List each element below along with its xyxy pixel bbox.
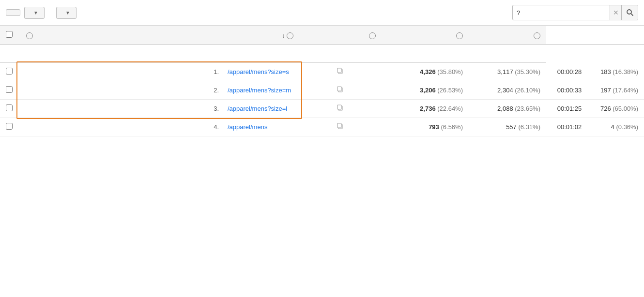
- svg-rect-3: [337, 68, 341, 73]
- row-avg-time-cell: 00:01:25: [546, 100, 587, 118]
- table-row: 3. /apparel/mens?size=l 2,736 (22.64%) 2…: [0, 100, 644, 118]
- row-upv-main: 557: [506, 123, 517, 131]
- row-upv-pct: (35.30%): [515, 68, 540, 75]
- th-checkbox: [0, 26, 18, 45]
- upv-help-icon[interactable]: [369, 32, 376, 39]
- row-page-link[interactable]: /apparel/mens?size=m: [228, 87, 291, 94]
- row-page-views-cell: 2,736 (22.64%): [382, 100, 469, 118]
- copy-icon[interactable]: [333, 68, 348, 74]
- row-number-cell: 4.: [18, 118, 222, 136]
- page-views-help-icon[interactable]: [287, 32, 293, 39]
- search-wrapper: ✕: [512, 5, 638, 20]
- chevron-down-icon: ▼: [65, 10, 70, 15]
- chevron-down-icon: ▼: [33, 10, 38, 15]
- row-page-views-cell: 793 (6.56%): [382, 118, 469, 136]
- row-ent-pct: (0.36%): [616, 123, 638, 131]
- svg-rect-7: [337, 105, 341, 109]
- th-page: [18, 26, 222, 45]
- entrances-help-icon[interactable]: [534, 32, 540, 39]
- table-row: 1. /apparel/mens?size=s 4,326 (35.80%) 3…: [0, 62, 644, 81]
- row-avg-time-cell: 00:00:33: [546, 81, 587, 100]
- row-page-link[interactable]: /apparel/mens?size=l: [228, 105, 287, 112]
- svg-rect-9: [337, 123, 341, 128]
- row-entrances-cell: 183 (16.38%): [587, 62, 644, 81]
- copy-icon[interactable]: [333, 104, 348, 111]
- row-page-cell: /apparel/mens: [222, 118, 299, 136]
- row-copy-icon-cell: [299, 81, 382, 100]
- row-pv-main: 3,206: [420, 87, 436, 94]
- search-icon: [626, 9, 634, 16]
- row-ent-pct: (65.00%): [613, 105, 638, 112]
- summary-unique-pv-cell: [299, 45, 382, 62]
- row-avg-time-value: 00:00:28: [557, 68, 582, 75]
- row-ent-main: 183: [600, 68, 611, 75]
- row-upv-main: 2,304: [497, 87, 513, 94]
- row-upv-main: 3,117: [497, 68, 513, 75]
- copy-icon[interactable]: [333, 86, 348, 93]
- row-upv-pct: (26.10%): [515, 87, 540, 94]
- page-help-icon[interactable]: [26, 32, 33, 39]
- row-ent-pct: (17.64%): [613, 87, 638, 94]
- row-upv-pct: (6.31%): [518, 123, 540, 131]
- svg-line-1: [631, 14, 633, 15]
- row-checkbox-cell: [0, 81, 18, 100]
- table-header-row: ↓: [0, 26, 644, 45]
- row-page-views-cell: 4,326 (35.80%): [382, 62, 469, 81]
- row-pv-main: 2,736: [420, 105, 436, 112]
- avg-time-help-icon[interactable]: [456, 32, 463, 39]
- row-page-link[interactable]: /apparel/mens: [228, 123, 267, 131]
- row-pv-pct: (35.80%): [437, 68, 463, 75]
- table-row: 2. /apparel/mens?size=m 3,206 (26.53%) 2…: [0, 81, 644, 100]
- row-number-cell: 1.: [18, 62, 222, 81]
- row-page-cell: /apparel/mens?size=l: [222, 100, 299, 118]
- row-checkbox[interactable]: [6, 104, 13, 111]
- row-page-cell: /apparel/mens?size=m: [222, 81, 299, 100]
- select-all-checkbox[interactable]: [6, 31, 13, 38]
- svg-rect-5: [337, 87, 341, 91]
- row-checkbox[interactable]: [6, 123, 13, 130]
- sort-arrow-icon: ↓: [282, 32, 285, 39]
- row-pv-main: 4,326: [420, 68, 436, 75]
- row-number-cell: 3.: [18, 100, 222, 118]
- row-checkbox-cell: [0, 62, 18, 81]
- row-pv-pct: (26.53%): [437, 87, 463, 94]
- row-copy-icon-cell: [299, 62, 382, 81]
- summary-row: [0, 45, 644, 62]
- row-checkbox[interactable]: [6, 86, 13, 93]
- copy-icon[interactable]: [333, 123, 348, 130]
- row-avg-time-value: 00:01:25: [557, 105, 582, 112]
- row-upv-pct: (23.65%): [515, 105, 540, 112]
- row-entrances-cell: 4 (0.36%): [587, 118, 644, 136]
- row-avg-time-value: 00:00:33: [557, 87, 582, 94]
- row-ent-main: 197: [600, 87, 611, 94]
- table-row: 4. /apparel/mens 793 (6.56%) 557 (6.31%)…: [0, 118, 644, 136]
- search-clear-button[interactable]: ✕: [610, 5, 621, 20]
- row-avg-time-value: 00:01:02: [557, 123, 582, 131]
- row-ent-pct: (16.38%): [613, 68, 638, 75]
- row-entrances-cell: 197 (17.64%): [587, 81, 644, 100]
- th-entrances: [469, 26, 546, 45]
- row-page-link[interactable]: /apparel/mens?size=s: [228, 68, 289, 75]
- search-input[interactable]: [513, 6, 610, 19]
- row-avg-time-cell: 00:00:28: [546, 62, 587, 81]
- row-unique-pv-cell: 557 (6.31%): [469, 118, 546, 136]
- row-unique-pv-cell: 3,117 (35.30%): [469, 62, 546, 81]
- row-entrances-cell: 726 (65.00%): [587, 100, 644, 118]
- row-checkbox-cell: [0, 100, 18, 118]
- sort-type-dropdown[interactable]: ▼: [56, 7, 77, 19]
- row-checkbox-cell: [0, 118, 18, 136]
- row-ent-main: 4: [611, 123, 614, 131]
- row-upv-main: 2,088: [497, 105, 513, 112]
- row-number-cell: 2.: [18, 81, 222, 100]
- summary-entrances-cell: [469, 45, 546, 62]
- th-unique-page-views: [299, 26, 382, 45]
- row-checkbox[interactable]: [6, 68, 13, 74]
- search-button[interactable]: [621, 5, 638, 20]
- secondary-dimension-dropdown[interactable]: ▼: [24, 7, 45, 19]
- row-pv-pct: (22.64%): [437, 105, 463, 112]
- plot-rows-button[interactable]: [6, 9, 20, 16]
- row-pv-pct: (6.56%): [441, 123, 463, 131]
- th-page-views: ↓: [222, 26, 299, 45]
- row-page-views-cell: 3,206 (26.53%): [382, 81, 469, 100]
- row-ent-main: 726: [600, 105, 611, 112]
